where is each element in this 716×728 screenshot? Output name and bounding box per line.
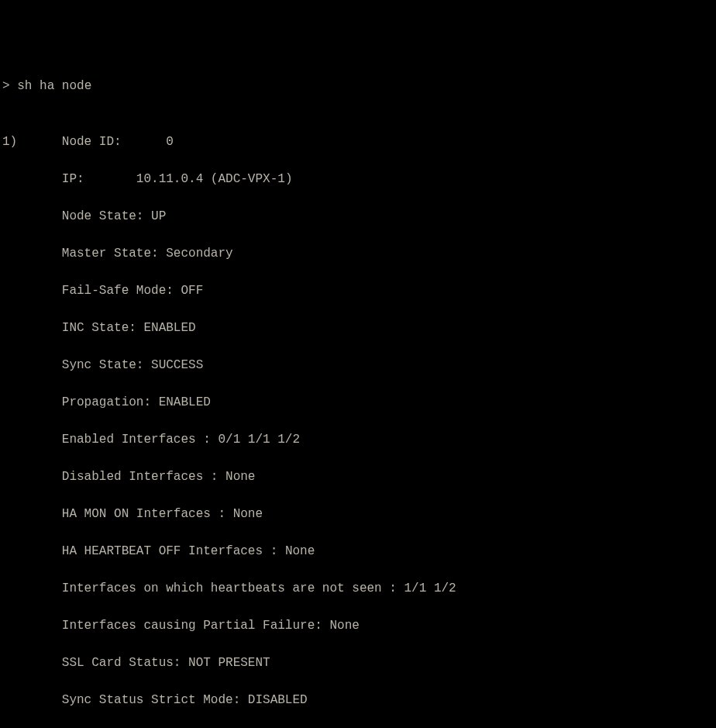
output-line: HA HEARTBEAT OFF Interfaces : None — [2, 542, 714, 561]
output-line: Disabled Interfaces : None — [2, 468, 714, 486]
output-line: Node State: UP — [2, 207, 714, 226]
output-line: Fail-Safe Mode: OFF — [2, 281, 714, 300]
output-line: SSL Card Status: NOT PRESENT — [2, 654, 714, 672]
command-line[interactable]: > sh ha node — [2, 77, 714, 95]
output-line: Enabled Interfaces : 0/1 1/1 1/2 — [2, 430, 714, 449]
output-line: Interfaces on which heartbeats are not s… — [2, 579, 714, 598]
output-line: IP: 10.11.0.4 (ADC-VPX-1) — [2, 170, 714, 188]
prompt-symbol: > — [2, 79, 10, 93]
output-line: Master State: Secondary — [2, 244, 714, 263]
output-line: INC State: ENABLED — [2, 319, 714, 337]
output-line: 1) Node ID: 0 — [2, 133, 714, 151]
output-line: Sync Status Strict Mode: DISABLED — [2, 691, 714, 709]
output-line: Propagation: ENABLED — [2, 393, 714, 412]
output-line: Interfaces causing Partial Failure: None — [2, 616, 714, 635]
output-line: Sync State: SUCCESS — [2, 356, 714, 374]
command-text: sh ha node — [17, 79, 91, 93]
output-line: HA MON ON Interfaces : None — [2, 505, 714, 523]
